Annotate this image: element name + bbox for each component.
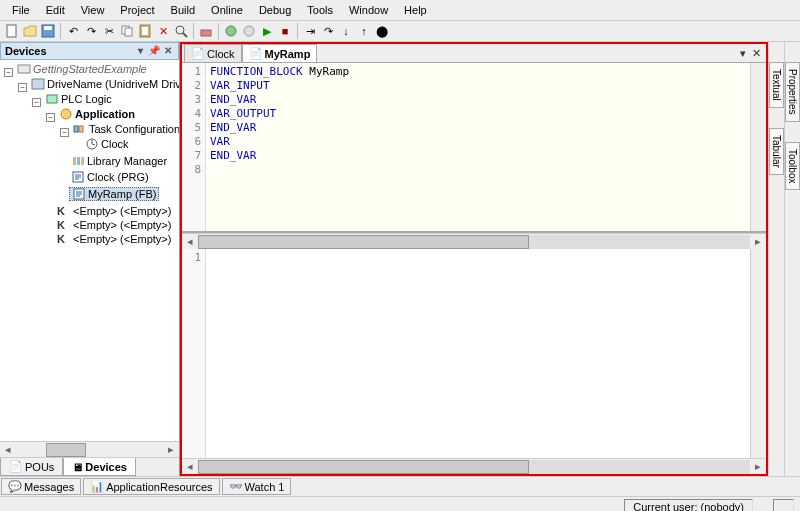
project-icon bbox=[17, 63, 31, 75]
expander-icon[interactable]: − bbox=[60, 128, 69, 137]
tree-myramp-fb: MyRamp (FB) bbox=[69, 187, 159, 201]
horizontal-scrollbar[interactable]: ◂ ▸ bbox=[182, 458, 766, 474]
tab-appresources[interactable]: 📊ApplicationResources bbox=[83, 478, 219, 495]
empty-icon: K bbox=[57, 233, 71, 245]
tab-properties[interactable]: Properties bbox=[785, 62, 800, 122]
svg-rect-4 bbox=[125, 28, 132, 36]
right-side-rail: Properties Toolbox bbox=[784, 42, 800, 476]
scroll-right-icon[interactable]: ▸ bbox=[750, 460, 766, 473]
menu-project[interactable]: Project bbox=[112, 2, 162, 18]
step-out-icon[interactable]: ↑ bbox=[356, 23, 372, 39]
menu-file[interactable]: File bbox=[4, 2, 38, 18]
logout-icon[interactable] bbox=[241, 23, 257, 39]
implementation-pane: 1 bbox=[182, 249, 766, 458]
toolbar: ↶ ↷ ✂ ✕ ▶ ■ ⇥ ↷ ↓ ↑ ⬤ bbox=[0, 21, 800, 42]
menu-help[interactable]: Help bbox=[396, 2, 435, 18]
tree-library-manager: Library Manager bbox=[69, 155, 169, 167]
step-icon[interactable]: ⇥ bbox=[302, 23, 318, 39]
panel-pin-icon[interactable]: 📌 bbox=[148, 45, 160, 57]
status-empty bbox=[773, 499, 794, 511]
svg-line-8 bbox=[183, 33, 187, 37]
login-icon[interactable] bbox=[223, 23, 239, 39]
svg-rect-14 bbox=[47, 95, 57, 103]
step-into-icon[interactable]: ↓ bbox=[338, 23, 354, 39]
open-icon[interactable] bbox=[22, 23, 38, 39]
tab-pous[interactable]: 📄POUs bbox=[0, 458, 63, 476]
separator bbox=[193, 23, 194, 39]
menu-window[interactable]: Window bbox=[341, 2, 396, 18]
breakpoint-icon[interactable]: ⬤ bbox=[374, 23, 390, 39]
tab-dropdown-icon[interactable]: ▾ bbox=[737, 47, 749, 60]
scroll-thumb[interactable] bbox=[198, 235, 529, 249]
expander-icon[interactable]: − bbox=[46, 113, 55, 122]
editor-tab-myramp[interactable]: 📄MyRamp bbox=[242, 44, 318, 62]
expander-icon[interactable]: − bbox=[18, 83, 27, 92]
tab-watch[interactable]: 👓Watch 1 bbox=[222, 478, 292, 495]
svg-point-15 bbox=[61, 109, 71, 119]
horizontal-scrollbar[interactable]: ◂ ▸ bbox=[182, 233, 766, 249]
editor-tab-clock[interactable]: 📄Clock bbox=[184, 44, 242, 62]
editor-tab-bar: 📄Clock 📄MyRamp ▾ ✕ bbox=[182, 44, 766, 63]
scroll-right-icon[interactable]: ▸ bbox=[750, 235, 766, 248]
paste-icon[interactable] bbox=[137, 23, 153, 39]
clock-icon bbox=[85, 138, 99, 150]
menu-tools[interactable]: Tools bbox=[299, 2, 341, 18]
menu-edit[interactable]: Edit bbox=[38, 2, 73, 18]
start-icon[interactable]: ▶ bbox=[259, 23, 275, 39]
tab-toolbox[interactable]: Toolbox bbox=[785, 142, 800, 190]
build-icon[interactable] bbox=[198, 23, 214, 39]
tree-empty-slot: K<Empty> (<Empty>) bbox=[55, 233, 173, 245]
tab-textual[interactable]: Textual bbox=[769, 62, 784, 108]
menu-build[interactable]: Build bbox=[163, 2, 203, 18]
editor-area: 📄Clock 📄MyRamp ▾ ✕ 12345678 FUNCTION_BLO… bbox=[180, 42, 768, 476]
declaration-view-tabs: Textual Tabular bbox=[768, 42, 784, 476]
step-over-icon[interactable]: ↷ bbox=[320, 23, 336, 39]
app-icon bbox=[59, 108, 73, 120]
scroll-thumb[interactable] bbox=[198, 460, 529, 474]
tree-plc: PLC Logic bbox=[43, 93, 114, 105]
new-icon[interactable] bbox=[4, 23, 20, 39]
panel-close-icon[interactable]: ✕ bbox=[162, 45, 174, 57]
redo-icon[interactable]: ↷ bbox=[83, 23, 99, 39]
save-icon[interactable] bbox=[40, 23, 56, 39]
vertical-scrollbar[interactable] bbox=[750, 63, 766, 231]
scroll-right-icon[interactable]: ▸ bbox=[163, 443, 179, 456]
tab-close-icon[interactable]: ✕ bbox=[749, 47, 764, 60]
plc-icon bbox=[45, 93, 59, 105]
vertical-scrollbar[interactable] bbox=[750, 249, 766, 458]
tree-empty-slot: K<Empty> (<Empty>) bbox=[55, 219, 173, 231]
cut-icon[interactable]: ✂ bbox=[101, 23, 117, 39]
line-gutter: 12345678 bbox=[182, 63, 206, 231]
tree-scrollbar[interactable]: ◂ ▸ bbox=[0, 441, 179, 457]
code-editor[interactable] bbox=[206, 249, 750, 458]
tab-tabular[interactable]: Tabular bbox=[769, 128, 784, 175]
expander-icon[interactable]: − bbox=[32, 98, 41, 107]
svg-rect-20 bbox=[77, 157, 80, 165]
menu-view[interactable]: View bbox=[73, 2, 113, 18]
copy-icon[interactable] bbox=[119, 23, 135, 39]
drive-icon bbox=[31, 78, 45, 90]
code-editor[interactable]: FUNCTION_BLOCK MyRampVAR_INPUTEND_VARVAR… bbox=[206, 63, 750, 231]
tree-drive: DriveName (UnidriveM Drive) bbox=[29, 78, 179, 90]
menu-debug[interactable]: Debug bbox=[251, 2, 299, 18]
find-icon[interactable] bbox=[173, 23, 189, 39]
scroll-left-icon[interactable]: ◂ bbox=[182, 235, 198, 248]
delete-icon[interactable]: ✕ bbox=[155, 23, 171, 39]
tab-devices[interactable]: 🖥Devices bbox=[63, 458, 136, 476]
tab-messages[interactable]: 💬Messages bbox=[1, 478, 81, 495]
expander-icon[interactable]: − bbox=[4, 68, 13, 77]
svg-rect-17 bbox=[79, 126, 83, 132]
scroll-thumb[interactable] bbox=[46, 443, 86, 457]
stop-icon[interactable]: ■ bbox=[277, 23, 293, 39]
tree-clock-task: Clock bbox=[83, 138, 131, 150]
panel-dropdown-icon[interactable]: ▾ bbox=[134, 45, 146, 57]
scroll-left-icon[interactable]: ◂ bbox=[182, 460, 198, 473]
undo-icon[interactable]: ↶ bbox=[65, 23, 81, 39]
messages-icon: 💬 bbox=[8, 480, 22, 493]
menu-online[interactable]: Online bbox=[203, 2, 251, 18]
scroll-left-icon[interactable]: ◂ bbox=[0, 443, 16, 456]
devices-panel-title: Devices bbox=[5, 45, 47, 57]
left-panel-tabs: 📄POUs 🖥Devices bbox=[0, 457, 179, 476]
device-tree[interactable]: −GettingStartedExample −DriveName (Unidr… bbox=[0, 60, 179, 441]
tree-clock-prg: Clock (PRG) bbox=[69, 171, 151, 183]
